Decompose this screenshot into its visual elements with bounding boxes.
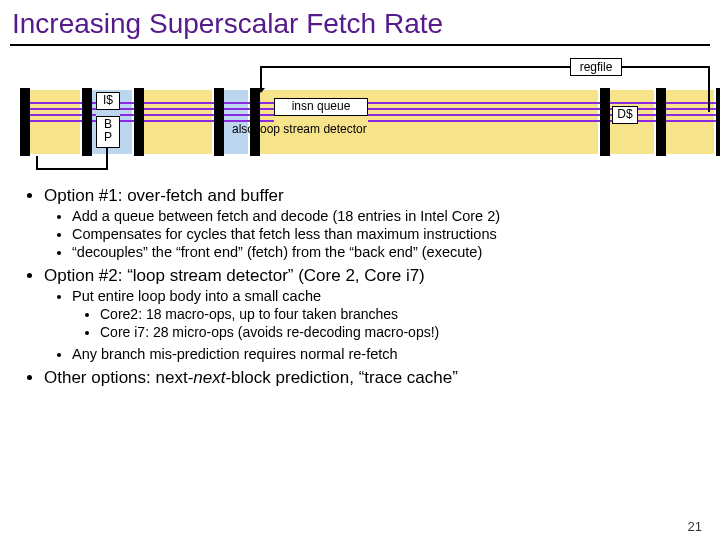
sub-bullet: Add a queue between fetch and decode (18… xyxy=(72,208,702,224)
pipeline-register xyxy=(600,88,610,156)
wire xyxy=(622,66,710,68)
branch-predictor-box: B P xyxy=(96,116,120,148)
bp-label-line: P xyxy=(104,130,112,144)
slide-title: Increasing Superscalar Fetch Rate xyxy=(0,0,720,44)
bullet-option-2: Option #2: “loop stream detector” (Core … xyxy=(44,266,702,362)
wire xyxy=(260,66,262,90)
pipeline-register xyxy=(716,88,720,156)
wire xyxy=(260,66,570,68)
pipeline-diagram: regfile I$ B P insn queue also loop stre… xyxy=(10,52,710,182)
sub-bullet: Compensates for cycles that fetch less t… xyxy=(72,226,702,242)
icache-box: I$ xyxy=(96,92,120,110)
sub-bullet: “decouples” the “front end” (fetch) from… xyxy=(72,244,702,260)
bullet-text: -block prediction, “trace cache” xyxy=(225,368,457,387)
wire xyxy=(708,66,710,112)
sub-bullet: Put entire loop body into a small cache … xyxy=(72,288,702,340)
wire xyxy=(36,156,38,170)
bullet-text-ital: next xyxy=(193,368,225,387)
bullet-option-1: Option #1: over-fetch and buffer Add a q… xyxy=(44,186,702,260)
title-rule xyxy=(10,44,710,46)
sub-bullet: Any branch mis-prediction requires norma… xyxy=(72,346,702,362)
bullet-option-3: Other options: next-next-block predictio… xyxy=(44,368,702,388)
pipeline-register xyxy=(20,88,30,156)
slide-body: Option #1: over-fetch and buffer Add a q… xyxy=(0,182,720,388)
page-number: 21 xyxy=(688,519,702,534)
sub-sub-bullet: Core2: 18 macro-ops, up to four taken br… xyxy=(100,306,702,322)
stage-bg xyxy=(24,90,80,154)
bullet-text: Other options: next- xyxy=(44,368,193,387)
bp-label-line: B xyxy=(104,117,112,131)
pipeline-register xyxy=(82,88,92,156)
wire xyxy=(36,168,108,170)
regfile-box: regfile xyxy=(570,58,622,76)
wire xyxy=(106,148,108,170)
dcache-box: D$ xyxy=(612,106,638,124)
sub-sub-bullet: Core i7: 28 micro-ops (avoids re-decodin… xyxy=(100,324,702,340)
stage-bg xyxy=(144,90,212,154)
bullet-text: Option #1: over-fetch and buffer xyxy=(44,186,284,205)
bullet-text: Put entire loop body into a small cache xyxy=(72,288,321,304)
pipeline-register xyxy=(214,88,224,156)
pipeline-register xyxy=(656,88,666,156)
stage-bg xyxy=(662,90,714,154)
loop-detector-label: also loop stream detector xyxy=(232,122,367,136)
bullet-text: Option #2: “loop stream detector” (Core … xyxy=(44,266,425,285)
pipeline-register xyxy=(134,88,144,156)
insn-queue-box: insn queue xyxy=(274,98,368,116)
